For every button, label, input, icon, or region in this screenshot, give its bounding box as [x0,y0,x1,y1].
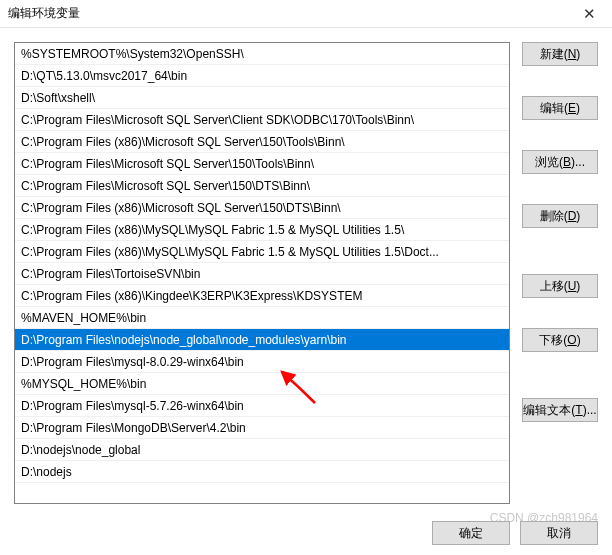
browse-button[interactable]: 浏览(B)... [522,150,598,174]
list-item[interactable]: D:\Soft\xshell\ [15,87,509,109]
list-item[interactable]: C:\Program Files (x86)\Microsoft SQL Ser… [15,131,509,153]
list-item[interactable]: C:\Program Files\Microsoft SQL Server\Cl… [15,109,509,131]
list-item[interactable]: D:\Program Files\mysql-5.7.26-winx64\bin [15,395,509,417]
list-item[interactable]: D:\nodejs [15,461,509,483]
movedown-button[interactable]: 下移(O) [522,328,598,352]
list-item[interactable]: C:\Program Files (x86)\MySQL\MySQL Fabri… [15,241,509,263]
path-listbox[interactable]: %SYSTEMROOT%\System32\OpenSSH\D:\QT\5.13… [14,42,510,504]
list-item[interactable]: D:\Program Files\nodejs\node_global\node… [15,329,509,351]
list-item[interactable]: C:\Program Files (x86)\Microsoft SQL Ser… [15,197,509,219]
list-item[interactable]: %SYSTEMROOT%\System32\OpenSSH\ [15,43,509,65]
edittext-button[interactable]: 编辑文本(T)... [522,398,598,422]
list-item[interactable]: C:\Program Files\Microsoft SQL Server\15… [15,175,509,197]
delete-button[interactable]: 删除(D) [522,204,598,228]
dialog-content: %SYSTEMROOT%\System32\OpenSSH\D:\QT\5.13… [0,28,612,508]
edit-button[interactable]: 编辑(E) [522,96,598,120]
list-item[interactable]: D:\QT\5.13.0\msvc2017_64\bin [15,65,509,87]
list-item[interactable]: C:\Program Files\Microsoft SQL Server\15… [15,153,509,175]
list-item[interactable]: D:\nodejs\node_global [15,439,509,461]
side-button-column: 新建(N) 编辑(E) 浏览(B)... 删除(D) 上移(U) 下移(O) 编… [510,42,598,508]
moveup-button[interactable]: 上移(U) [522,274,598,298]
window-title: 编辑环境变量 [8,5,574,22]
cancel-button[interactable]: 取消 [520,521,598,545]
new-button[interactable]: 新建(N) [522,42,598,66]
close-icon[interactable]: ✕ [574,3,604,25]
list-item[interactable]: %MYSQL_HOME%\bin [15,373,509,395]
dialog-footer: 确定 取消 [432,521,598,545]
list-item[interactable]: C:\Program Files (x86)\Kingdee\K3ERP\K3E… [15,285,509,307]
list-item[interactable]: D:\Program Files\mysql-8.0.29-winx64\bin [15,351,509,373]
list-item[interactable]: C:\Program Files (x86)\MySQL\MySQL Fabri… [15,219,509,241]
list-item[interactable]: D:\Program Files\MongoDB\Server\4.2\bin [15,417,509,439]
list-item[interactable]: C:\Program Files\TortoiseSVN\bin [15,263,509,285]
list-item[interactable]: %MAVEN_HOME%\bin [15,307,509,329]
titlebar: 编辑环境变量 ✕ [0,0,612,28]
ok-button[interactable]: 确定 [432,521,510,545]
